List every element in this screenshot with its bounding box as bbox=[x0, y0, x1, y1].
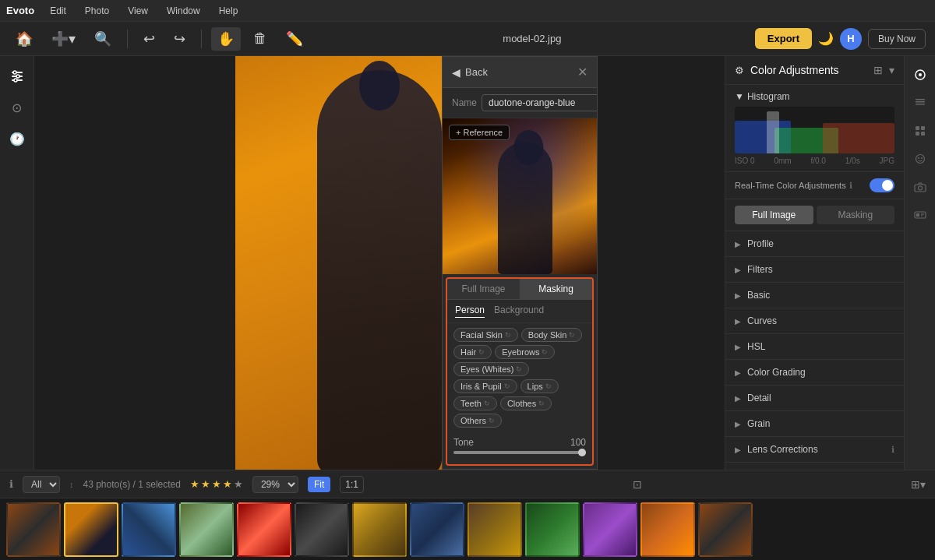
strip-icon-magic[interactable] bbox=[908, 203, 933, 227]
brush-button[interactable]: ✏️ bbox=[280, 27, 309, 51]
menu-photo[interactable]: Photo bbox=[82, 4, 112, 18]
tag-hair[interactable]: Hair↻ bbox=[453, 345, 492, 359]
strip-icon-layers[interactable] bbox=[908, 90, 933, 115]
film-thumb-8[interactable] bbox=[410, 502, 464, 557]
svg-rect-14 bbox=[921, 132, 925, 136]
right-icon-strip bbox=[904, 56, 935, 470]
background-tab[interactable]: Background bbox=[494, 305, 544, 318]
avatar-button[interactable]: H bbox=[840, 28, 862, 50]
svg-rect-18 bbox=[915, 185, 926, 192]
menu-edit[interactable]: Edit bbox=[47, 4, 69, 18]
sidebar-icon-star[interactable]: ⊙ bbox=[3, 93, 31, 122]
svg-point-15 bbox=[916, 155, 924, 164]
view-tab-masking[interactable]: Masking bbox=[817, 206, 895, 224]
tag-others[interactable]: Others↻ bbox=[453, 414, 502, 428]
section-basic-header[interactable]: ▶ Basic bbox=[725, 283, 904, 308]
reference-button[interactable]: + Reference bbox=[449, 125, 510, 140]
section-grain-header[interactable]: ▶ Grain bbox=[725, 411, 904, 436]
panel-grid-icon[interactable]: ⊞ bbox=[873, 64, 883, 76]
theme-button[interactable]: 🌙 bbox=[818, 31, 834, 46]
film-thumb-10[interactable] bbox=[525, 502, 580, 557]
canvas-wrapper[interactable] bbox=[34, 56, 725, 470]
film-thumb-4[interactable] bbox=[179, 502, 234, 557]
view-tab-full[interactable]: Full Image bbox=[735, 206, 813, 224]
section-color-grading-header[interactable]: ▶ Color Grading bbox=[725, 360, 904, 385]
strip-icon-ai[interactable] bbox=[908, 62, 933, 87]
export-button[interactable]: Export bbox=[755, 28, 812, 49]
sort-icon[interactable]: ↕ bbox=[69, 480, 74, 489]
tag-eyebrows[interactable]: Eyebrows↻ bbox=[495, 345, 555, 359]
star-3[interactable]: ★ bbox=[212, 478, 221, 490]
back-button[interactable]: ◀ Back bbox=[452, 66, 488, 79]
tag-facial-skin[interactable]: Facial Skin↻ bbox=[453, 328, 518, 342]
section-filters-header[interactable]: ▶ Filters bbox=[725, 257, 904, 282]
film-thumb-3[interactable] bbox=[122, 502, 176, 557]
search-button[interactable]: 🔍 bbox=[88, 27, 118, 51]
sidebar-icon-history[interactable]: 🕐 bbox=[3, 125, 31, 153]
star-4[interactable]: ★ bbox=[223, 478, 232, 490]
home-button[interactable]: 🏠 bbox=[9, 27, 39, 51]
tag-eyes-whites[interactable]: Eyes (Whites)↻ bbox=[453, 362, 529, 376]
hand-tool-button[interactable]: ✋ bbox=[211, 27, 241, 51]
tag-clothes[interactable]: Clothes↻ bbox=[500, 396, 552, 410]
histogram-title: ▼ Histogram bbox=[735, 91, 894, 102]
tag-lips[interactable]: Lips↻ bbox=[520, 379, 559, 393]
film-thumb-1[interactable] bbox=[6, 502, 61, 557]
film-thumb-9[interactable] bbox=[468, 502, 522, 557]
app-logo: Evoto bbox=[6, 5, 34, 16]
film-thumb-11[interactable] bbox=[583, 502, 637, 557]
section-lens-header[interactable]: ▶ Lens Corrections ℹ bbox=[725, 437, 904, 462]
tone-label: Tone bbox=[453, 437, 474, 448]
person-tab[interactable]: Person bbox=[455, 305, 485, 318]
menu-view[interactable]: View bbox=[125, 4, 151, 18]
film-thumb-7[interactable] bbox=[352, 502, 407, 557]
expand-button[interactable]: ⊡ bbox=[633, 478, 642, 491]
filter-select[interactable]: All bbox=[23, 476, 60, 493]
film-thumb-12[interactable] bbox=[640, 502, 695, 557]
tag-iris-pupil[interactable]: Iris & Pupil↻ bbox=[453, 379, 517, 393]
section-detail-header[interactable]: ▶ Detail bbox=[725, 386, 904, 410]
redo-button[interactable]: ↪ bbox=[168, 27, 192, 51]
sidebar-icon-adjustments[interactable] bbox=[3, 62, 31, 90]
masking-tab[interactable]: Masking bbox=[520, 279, 592, 299]
section-profile-header[interactable]: ▶ Profile bbox=[725, 231, 904, 256]
film-thumb-5[interactable] bbox=[237, 502, 291, 557]
menu-window[interactable]: Window bbox=[164, 4, 203, 18]
ratio-button[interactable]: 1:1 bbox=[340, 476, 364, 493]
tag-body-skin[interactable]: Body Skin↻ bbox=[521, 328, 583, 342]
realtime-info-icon[interactable]: ℹ bbox=[849, 181, 852, 191]
strip-icon-face[interactable] bbox=[908, 146, 933, 171]
film-thumb-6[interactable] bbox=[295, 502, 349, 557]
strip-icon-grid[interactable] bbox=[908, 118, 933, 143]
add-button[interactable]: ➕▾ bbox=[45, 27, 82, 51]
tag-teeth[interactable]: Teeth↻ bbox=[453, 396, 497, 410]
star-5[interactable]: ★ bbox=[234, 478, 243, 490]
menu-help[interactable]: Help bbox=[216, 4, 242, 18]
section-curves-header[interactable]: ▶ Curves bbox=[725, 308, 904, 333]
stamp-button[interactable]: 🗑 bbox=[247, 27, 273, 50]
star-1[interactable]: ★ bbox=[190, 478, 199, 490]
panel-expand-icon[interactable]: ▾ bbox=[889, 64, 894, 76]
undo-button[interactable]: ↩ bbox=[137, 27, 161, 51]
film-thumb-2[interactable] bbox=[64, 502, 118, 557]
full-image-tab[interactable]: Full Image bbox=[447, 279, 520, 299]
zoom-select[interactable]: 29% bbox=[252, 476, 298, 493]
histogram-arrow[interactable]: ▼ bbox=[735, 91, 744, 102]
svg-point-5 bbox=[14, 79, 17, 82]
realtime-toggle[interactable] bbox=[870, 178, 894, 192]
name-input[interactable] bbox=[482, 94, 598, 111]
divider-1 bbox=[127, 30, 128, 48]
section-profile: ▶ Profile bbox=[725, 231, 904, 257]
tone-thumb[interactable] bbox=[578, 449, 586, 456]
lens-info-icon[interactable]: ℹ bbox=[891, 445, 894, 455]
star-2[interactable]: ★ bbox=[201, 478, 210, 490]
film-thumb-13[interactable] bbox=[698, 502, 753, 557]
fit-button[interactable]: Fit bbox=[308, 477, 330, 492]
layout-button[interactable]: ⊞▾ bbox=[911, 478, 926, 491]
section-calibration-header[interactable]: ▶ Color Calibration bbox=[725, 463, 904, 470]
info-icon[interactable]: ℹ bbox=[9, 478, 13, 490]
section-hsl-header[interactable]: ▶ HSL bbox=[725, 334, 904, 359]
panel-close-button[interactable]: ✕ bbox=[577, 65, 587, 79]
buy-now-button[interactable]: Buy Now bbox=[868, 29, 926, 49]
strip-icon-camera[interactable] bbox=[908, 174, 933, 199]
